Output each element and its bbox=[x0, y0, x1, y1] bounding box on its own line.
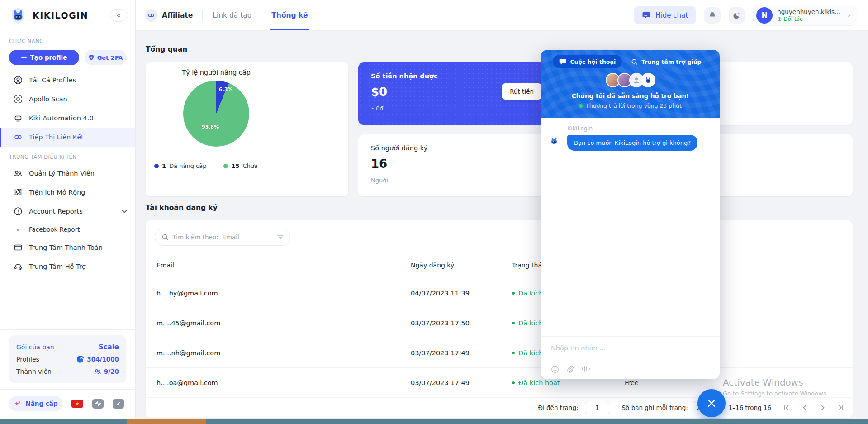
user-menu[interactable]: N nguyenhuyen.kikis... ⊕Đối tác › bbox=[753, 5, 857, 26]
user-role: Đối tác bbox=[783, 16, 802, 22]
kikilogin-app: { "brand": { "name": "KIKILOGIN" }, "sid… bbox=[0, 0, 868, 424]
get-2fa-button[interactable]: Get 2FA bbox=[85, 50, 126, 65]
chat-agent-name: KikiLogin bbox=[567, 125, 710, 132]
goto-page-input[interactable] bbox=[585, 401, 610, 414]
chat-message-bubble: Bạn có muốn KikiLogin hỗ trợ gì không? bbox=[567, 135, 697, 151]
overview-cards: Số tiền nhận được $0 ~0đ Rút tiền Tổng s… bbox=[146, 62, 853, 196]
sidebar-item-label: Trung Tâm Thanh Toán bbox=[29, 244, 103, 251]
alert-circle-icon bbox=[14, 207, 23, 216]
support-avatars bbox=[541, 73, 720, 87]
chevron-down-icon bbox=[122, 210, 127, 213]
plus-icon bbox=[21, 55, 27, 60]
topbar: Affiliate Link đã tạo Thống kê Hide chat bbox=[136, 0, 868, 31]
create-profile-label: Tạo profile bbox=[30, 54, 67, 61]
bullet-dot-icon bbox=[17, 229, 19, 231]
sidebar: KIKILOGIN « CHỨC NĂNG Tạo profile Get 2F… bbox=[0, 0, 136, 419]
column-email: Email bbox=[157, 262, 411, 269]
sidebar-item-facebook-report[interactable]: Facebook Report bbox=[0, 221, 135, 238]
table-row: m....45@gmail.com 03/07/2023 17:50 Đã kí… bbox=[146, 308, 853, 338]
sidebar-item-affiliate[interactable]: Tiếp Thị Liên Kết bbox=[0, 128, 135, 147]
sidebar-item-payment-center[interactable]: Trung Tâm Thanh Toán bbox=[0, 238, 135, 257]
affiliate-rings-icon bbox=[145, 9, 157, 22]
main-area: Affiliate Link đã tạo Thống kê Hide chat bbox=[136, 0, 868, 419]
chat-tab-conversation[interactable]: Cuộc hội thoại bbox=[553, 55, 622, 68]
pagination-range: 1–16 trong 16 bbox=[729, 404, 771, 411]
online-dot-icon bbox=[579, 104, 583, 108]
withdraw-button[interactable]: Rút tiền bbox=[502, 83, 542, 100]
status-dot bbox=[512, 292, 515, 295]
activity-icon[interactable] bbox=[92, 399, 104, 409]
cell-date: 03/07/2023 17:49 bbox=[411, 379, 512, 386]
sidebar-item-label: Tiện Ích Mở Rộng bbox=[29, 189, 85, 196]
sidebar-item-members[interactable]: Quản Lý Thành Viên bbox=[0, 164, 135, 183]
first-page-icon[interactable] bbox=[783, 404, 790, 411]
chat-bubble-icon bbox=[642, 11, 651, 20]
tab-label: Affiliate bbox=[162, 11, 193, 19]
notifications-bell-icon[interactable] bbox=[704, 7, 721, 24]
profiles-quota: 304/1000 bbox=[87, 356, 119, 363]
column-date: Ngày đăng ký bbox=[411, 262, 512, 269]
search-icon bbox=[631, 58, 638, 65]
kikilogin-logo-icon bbox=[641, 73, 655, 87]
upgrade-pie: 6.3% 93.8% bbox=[183, 81, 249, 147]
sidebar-item-extensions[interactable]: Tiện Ích Mở Rộng bbox=[0, 183, 135, 202]
table-row: h....oa@gmail.com 03/07/2023 17:49 Đã kí… bbox=[146, 368, 853, 398]
sidebar-item-kiki-automation[interactable]: Kiki Automation 4.0 bbox=[0, 109, 135, 128]
next-page-icon[interactable] bbox=[819, 404, 826, 411]
plan-card: Gói của bạn Scale Profiles 304/1000 Thàn… bbox=[9, 335, 126, 383]
cell-email: m....45@gmail.com bbox=[157, 319, 411, 327]
feedback-icon[interactable] bbox=[113, 399, 124, 409]
payment-card-icon bbox=[14, 243, 23, 252]
sidebar-item-apollo-scan[interactable]: Apollo Scan bbox=[0, 90, 135, 109]
vietnam-flag-icon[interactable]: ★ bbox=[71, 400, 83, 408]
profile-icon bbox=[14, 76, 23, 85]
voice-message-icon[interactable] bbox=[582, 365, 590, 373]
hide-chat-label: Hide chat bbox=[655, 11, 688, 19]
hide-chat-button[interactable]: Hide chat bbox=[634, 6, 696, 24]
cell-date: 04/07/2023 11:39 bbox=[411, 290, 512, 297]
legend-dot-upgraded bbox=[154, 164, 159, 168]
cell-email: h....hy@gmail.com bbox=[157, 290, 411, 297]
sidebar-item-support-center[interactable]: Trung Tâm Hỗ Trợ bbox=[0, 257, 135, 276]
sidebar-section-control: TRUNG TÂM ĐIỀU KHIỂN bbox=[0, 147, 135, 164]
upgrade-button[interactable]: Nâng cấp bbox=[9, 396, 62, 411]
cell-email: m....nh@gmail.com bbox=[157, 349, 411, 357]
upgrade-rate-card: Tỷ lệ người nâng cấp 6.3% 93.8% 1Đã nâng… bbox=[146, 62, 348, 196]
create-profile-button[interactable]: Tạo profile bbox=[9, 50, 79, 65]
chat-footer bbox=[541, 336, 720, 379]
dark-mode-moon-icon[interactable] bbox=[729, 7, 745, 24]
money-card-title: Số tiền nhận được bbox=[371, 72, 545, 80]
emoji-icon[interactable] bbox=[551, 365, 559, 373]
sidebar-item-label: Kiki Automation 4.0 bbox=[29, 114, 94, 122]
last-page-icon[interactable] bbox=[837, 404, 844, 411]
tab-created-links[interactable]: Link đã tạo bbox=[203, 0, 261, 30]
sidebar-collapse-button[interactable]: « bbox=[110, 9, 127, 22]
chat-ready-title: Chúng tôi đã sẵn sàng hỗ trợ bạn! bbox=[541, 92, 720, 100]
table-row: h....hy@gmail.com 04/07/2023 11:39 Đã kí… bbox=[146, 278, 853, 308]
table-row: m....nh@gmail.com 03/07/2023 17:49 Đã kí… bbox=[146, 338, 853, 368]
puzzle-icon bbox=[14, 188, 23, 197]
chat-message-input[interactable] bbox=[551, 344, 710, 352]
prev-page-icon[interactable] bbox=[801, 404, 808, 411]
partner-badge-icon: ⊕ bbox=[777, 16, 782, 22]
sidebar-item-label: Trung Tâm Hỗ Trợ bbox=[29, 263, 86, 270]
cell-email: h....oa@gmail.com bbox=[157, 379, 411, 386]
search-box bbox=[155, 229, 290, 246]
search-icon bbox=[161, 233, 169, 241]
chat-body: KikiLogin Bạn có muốn KikiLogin hỗ trợ g… bbox=[541, 118, 720, 158]
attachment-icon[interactable] bbox=[566, 365, 574, 373]
search-input[interactable] bbox=[169, 233, 270, 241]
cell-plan: Free bbox=[625, 379, 853, 386]
tab-statistics[interactable]: Thống kê bbox=[261, 0, 318, 30]
chat-tab-help-center[interactable]: Trung tâm trợ giúp bbox=[625, 55, 707, 68]
registered-card-title: Số người đăng ký bbox=[371, 144, 545, 152]
chat-close-launcher[interactable] bbox=[697, 389, 726, 417]
sidebar-item-account-reports[interactable]: Account Reports bbox=[0, 202, 135, 221]
pie-legend: 1Đã nâng cấp 15Chưa bbox=[154, 162, 258, 169]
sidebar-item-label: Tất Cả Profiles bbox=[29, 76, 76, 84]
status-dot bbox=[512, 352, 515, 354]
filter-icon[interactable] bbox=[270, 229, 290, 245]
sidebar-item-all-profiles[interactable]: Tất Cả Profiles bbox=[0, 71, 135, 90]
tab-affiliate[interactable]: Affiliate bbox=[145, 0, 203, 30]
scan-icon bbox=[14, 95, 23, 104]
